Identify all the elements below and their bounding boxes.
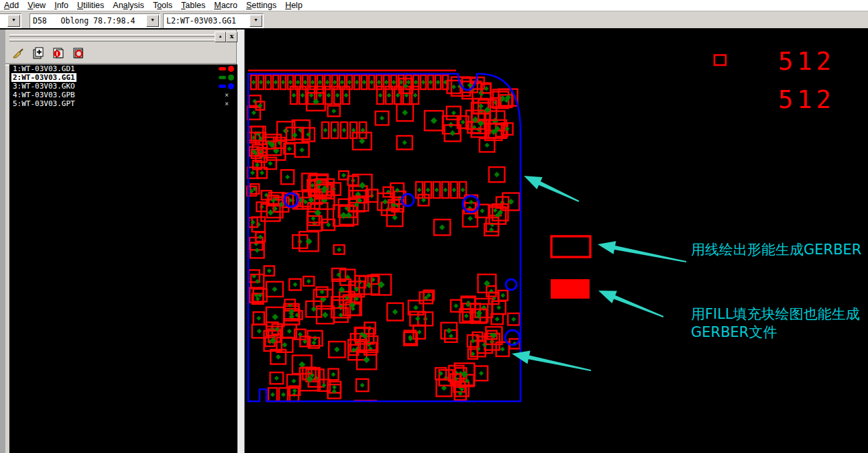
active-layer-combo[interactable]: L2:WT-03V03.GG1 ▼ xyxy=(163,13,264,28)
count-label-top: 512 xyxy=(778,47,835,76)
add-layer-icon[interactable] xyxy=(31,46,46,60)
count-label-bottom: 512 xyxy=(778,85,835,114)
dcode-combo[interactable]: D58 Oblong 78.7:98.4 ▼ xyxy=(30,13,160,28)
layer-label: 5:WT-03V03.GPT xyxy=(11,99,76,108)
layer-indicators[interactable] xyxy=(210,74,237,81)
layer-list: 1:WT-03V03.GD12:WT-03V03.GG13:WT-03V03.G… xyxy=(9,64,237,453)
menu-item-help[interactable]: Help xyxy=(281,0,307,11)
menu-item-analysis[interactable]: Analysis xyxy=(109,0,148,11)
menu-item-utilities[interactable]: Utilities xyxy=(73,0,108,11)
layer-label: 2:WT-03V03.GG1 xyxy=(11,73,76,82)
note-fill-line2: GERBER文件 xyxy=(691,323,860,342)
layer-color-dot[interactable] xyxy=(228,83,234,89)
panel-grip[interactable] xyxy=(9,34,215,41)
dcode-combo-value: D58 Oblong 78.7:98.4 xyxy=(30,16,146,26)
layer-one-icon[interactable] xyxy=(51,46,66,60)
dropdown-arrow-icon[interactable]: ▼ xyxy=(7,15,20,27)
layer-label: 1:WT-03V03.GD1 xyxy=(11,64,76,73)
layer-row[interactable]: 4:WT-03V03.GPB× xyxy=(9,91,237,99)
layer-color-dot[interactable] xyxy=(228,74,234,81)
menu-item-settings[interactable]: Settings xyxy=(242,0,280,11)
dropdown-arrow-icon[interactable]: ▼ xyxy=(250,15,262,27)
gerber-cam-application: AddViewInfoUtilitiesAnalysisToolsTablesM… xyxy=(0,0,868,453)
note-fill-gerber: 用FILL填充块绘图也能生成 GERBER文件 xyxy=(691,305,860,342)
layers-panel: ▲ x 1:WT-03V03.GD12:WT-03V03.GG13:WT-03V… xyxy=(5,30,236,453)
menu-item-view[interactable]: View xyxy=(23,0,50,11)
panel-minimize-button[interactable]: ▲ xyxy=(215,32,226,42)
layer-off-icon[interactable] xyxy=(71,46,86,60)
aperture-combo-partial[interactable]: ▼ xyxy=(0,13,21,28)
layer-color-dash[interactable] xyxy=(219,67,226,70)
main-toolbar: ▼ D58 Oblong 78.7:98.4 ▼ L2:WT-03V03.GG1… xyxy=(0,11,868,30)
layer-label: 3:WT-03V03.GKO xyxy=(11,82,76,91)
broom-icon[interactable] xyxy=(11,46,25,60)
menu-item-info[interactable]: Info xyxy=(50,0,72,11)
dropdown-arrow-icon[interactable]: ▼ xyxy=(146,15,159,27)
layer-row[interactable]: 5:WT-03V03.GPT× xyxy=(9,99,237,108)
layer-indicators[interactable] xyxy=(210,83,237,89)
note-fill-line1: 用FILL填充块绘图也能生成 xyxy=(691,305,860,323)
panel-close-button[interactable]: x xyxy=(226,32,237,42)
layer-indicators[interactable]: × xyxy=(210,92,237,99)
menu-item-tools[interactable]: Tools xyxy=(149,0,176,11)
menu-item-macro[interactable]: Macro xyxy=(210,0,241,11)
panel-toolbar xyxy=(11,46,86,62)
layer-color-dash[interactable] xyxy=(219,85,226,88)
menu-bar: AddViewInfoUtilitiesAnalysisToolsTablesM… xyxy=(0,0,868,11)
layer-hidden-icon[interactable]: × xyxy=(225,101,234,107)
note-line-gerber: 用线绘出形能生成GERBER xyxy=(691,240,861,259)
layer-indicators[interactable] xyxy=(210,66,237,72)
layer-color-dot[interactable] xyxy=(228,66,234,72)
layer-row[interactable]: 1:WT-03V03.GD1 xyxy=(9,64,237,73)
active-layer-combo-value: L2:WT-03V03.GG1 xyxy=(164,16,249,26)
layer-row[interactable]: 3:WT-03V03.GKO xyxy=(9,82,237,91)
layer-hidden-icon[interactable]: × xyxy=(225,92,234,99)
menu-item-add[interactable]: Add xyxy=(0,0,23,11)
layer-color-dash[interactable] xyxy=(219,76,226,79)
layer-row[interactable]: 2:WT-03V03.GG1 xyxy=(9,73,237,82)
layer-label: 4:WT-03V03.GPB xyxy=(11,91,76,99)
layer-indicators[interactable]: × xyxy=(210,101,237,107)
menu-item-tables[interactable]: Tables xyxy=(177,0,209,11)
